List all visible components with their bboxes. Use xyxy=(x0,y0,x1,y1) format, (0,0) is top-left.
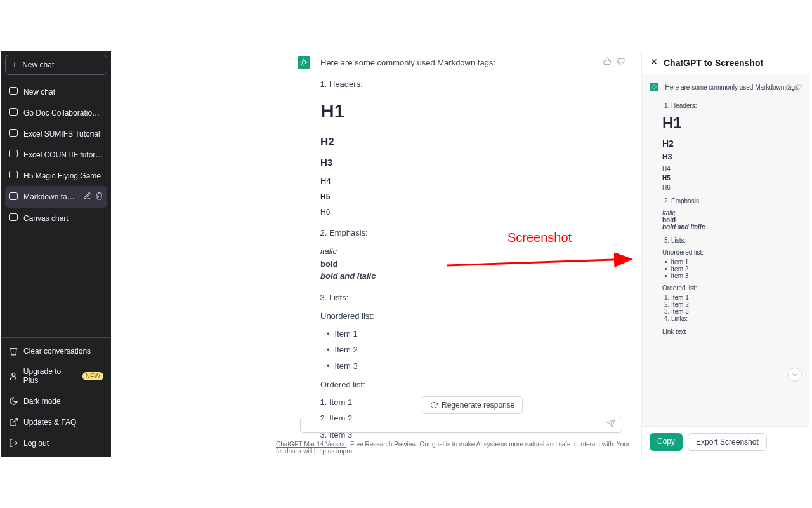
h4-sample: H4 xyxy=(320,175,602,187)
user-icon xyxy=(9,371,18,381)
regenerate-button[interactable]: Regenerate response xyxy=(422,396,523,414)
close-icon xyxy=(650,57,658,66)
thumbs-up-icon[interactable] xyxy=(785,82,792,93)
sidebar-item-chat[interactable]: Excel SUMIFS Tutorial xyxy=(5,123,107,144)
mini-bold: bold xyxy=(662,217,802,224)
new-badge: NEW xyxy=(82,372,103,380)
chat-list: New chat Go Doc Collaboration Platfo Exc… xyxy=(1,79,111,337)
footer-text: ChatGPT Mar 14 Version. Free Research Pr… xyxy=(276,441,641,455)
chat-label: Go Doc Collaboration Platfo xyxy=(23,109,103,117)
mini-bold-italic: bold and italic xyxy=(662,224,802,231)
trash-icon xyxy=(9,346,18,356)
mini-message: Headers: H1 H2 H3 H4 H5 H6 Emphasis: Ita… xyxy=(650,102,802,335)
moon-icon xyxy=(9,396,18,406)
clear-label: Clear conversations xyxy=(23,347,91,356)
mini-h6: H6 xyxy=(662,184,802,191)
panel-actions: Copy Export Screenshot xyxy=(642,426,809,457)
send-button[interactable] xyxy=(606,419,615,431)
extension-panel: ChatGPT to Screenshot Here are some comm… xyxy=(641,51,809,457)
thumbs-up-icon[interactable] xyxy=(603,57,612,69)
feedback-buttons xyxy=(603,57,625,69)
sidebar-item-chat[interactable]: Excel COUNTIF tutorial. xyxy=(5,144,107,165)
ordered-label: Ordered list: xyxy=(320,378,602,391)
panel-header: ChatGPT to Screenshot xyxy=(642,51,809,74)
mini-h2: H2 xyxy=(662,138,802,149)
chat-icon xyxy=(9,129,18,138)
mini-italic: Italic xyxy=(662,210,802,217)
trash-icon[interactable] xyxy=(95,192,103,202)
version-link[interactable]: ChatGPT Mar 14 Version xyxy=(276,441,347,448)
chat-label: Canvas chart xyxy=(23,214,103,223)
chat-icon xyxy=(9,192,18,202)
mini-section-lists: Lists: xyxy=(671,237,802,244)
dark-mode-button[interactable]: Dark mode xyxy=(5,391,107,411)
logout-button[interactable]: Log out xyxy=(5,432,107,453)
export-button[interactable]: Export Screenshot xyxy=(688,433,767,451)
chevron-down-icon xyxy=(791,371,799,378)
mini-intro: Here are some commonly used Markdown tag… xyxy=(665,84,799,91)
sidebar-item-chat[interactable]: New chat xyxy=(5,81,107,102)
svg-line-1 xyxy=(13,418,17,423)
edit-icon[interactable] xyxy=(83,192,91,202)
mini-section-links: Links: xyxy=(671,315,802,322)
list-item: Item 1 xyxy=(671,294,802,301)
mini-h1: H1 xyxy=(662,114,802,132)
clear-conversations-button[interactable]: Clear conversations xyxy=(5,340,107,361)
scroll-down-button[interactable] xyxy=(788,368,802,382)
list-item: Item 3 xyxy=(327,360,602,373)
assistant-avatar-mini xyxy=(650,83,658,91)
section-lists: Lists: xyxy=(329,291,602,304)
message-input-wrap xyxy=(300,417,622,433)
list-item: Item 3 xyxy=(671,308,802,315)
new-chat-button[interactable]: + New chat xyxy=(5,55,107,75)
sidebar-item-chat[interactable]: H5 Magic Flying Game xyxy=(5,165,107,186)
bold-italic-sample: bold and italic xyxy=(320,270,602,283)
mini-link-text[interactable]: Link text xyxy=(662,328,802,335)
mini-ordered-label: Ordered list: xyxy=(662,284,802,291)
h6-sample: H6 xyxy=(320,206,602,218)
chat-icon xyxy=(9,150,18,159)
list-item: Item 1 xyxy=(665,258,802,265)
thumbs-down-icon[interactable] xyxy=(795,82,802,93)
unordered-list: Item 1 Item 2 Item 3 xyxy=(320,328,602,373)
thumbs-down-icon[interactable] xyxy=(616,57,625,69)
mini-h3: H3 xyxy=(662,152,802,161)
logout-label: Log out xyxy=(23,439,49,448)
sidebar-bottom: Clear conversations Upgrade to Plus NEW … xyxy=(1,337,111,457)
h3-sample: H3 xyxy=(320,156,602,170)
list-item: Item 2 xyxy=(327,344,602,356)
sidebar-item-chat[interactable]: Canvas chart xyxy=(5,208,107,229)
svg-point-8 xyxy=(653,86,655,88)
plus-icon: + xyxy=(12,60,17,69)
mini-ordered-list: Item 1 Item 2 Item 3 Links: xyxy=(662,294,802,322)
new-chat-label: New chat xyxy=(22,60,54,69)
bold-sample: bold xyxy=(320,258,602,271)
h1-sample: H1 xyxy=(320,97,602,125)
sidebar: + New chat New chat Go Doc Collaboration… xyxy=(1,51,111,457)
chat-label: New chat xyxy=(23,88,103,97)
sidebar-item-chat-active[interactable]: Markdown tags expla xyxy=(5,186,107,208)
chat-label: Markdown tags expla xyxy=(23,192,78,201)
panel-title: ChatGPT to Screenshot xyxy=(664,58,763,68)
chat-icon xyxy=(9,213,18,223)
faq-button[interactable]: Updates & FAQ xyxy=(5,411,107,432)
mini-h5: H5 xyxy=(662,175,802,182)
mini-h4: H4 xyxy=(662,165,802,172)
list-item: Item 3 xyxy=(665,272,802,279)
chat-icon xyxy=(9,108,18,117)
refresh-icon xyxy=(430,401,438,409)
h5-sample: H5 xyxy=(320,191,602,203)
mini-section-emphasis: Emphasis: xyxy=(671,197,802,204)
sidebar-item-chat[interactable]: Go Doc Collaboration Platfo xyxy=(5,102,107,123)
section-emphasis: Emphasis: xyxy=(329,227,602,239)
assistant-message: Here are some commonly used Markdown tag… xyxy=(298,56,602,444)
copy-button[interactable]: Copy xyxy=(650,433,683,451)
upgrade-button[interactable]: Upgrade to Plus NEW xyxy=(5,361,107,391)
chat-label: Excel SUMIFS Tutorial xyxy=(23,130,103,138)
send-icon xyxy=(606,419,615,428)
message-input[interactable] xyxy=(307,420,606,429)
italic-sample: italic xyxy=(320,245,602,258)
mini-section-headers: Headers: xyxy=(671,102,802,109)
unordered-label: Unordered list: xyxy=(320,310,602,323)
close-button[interactable] xyxy=(650,57,658,68)
